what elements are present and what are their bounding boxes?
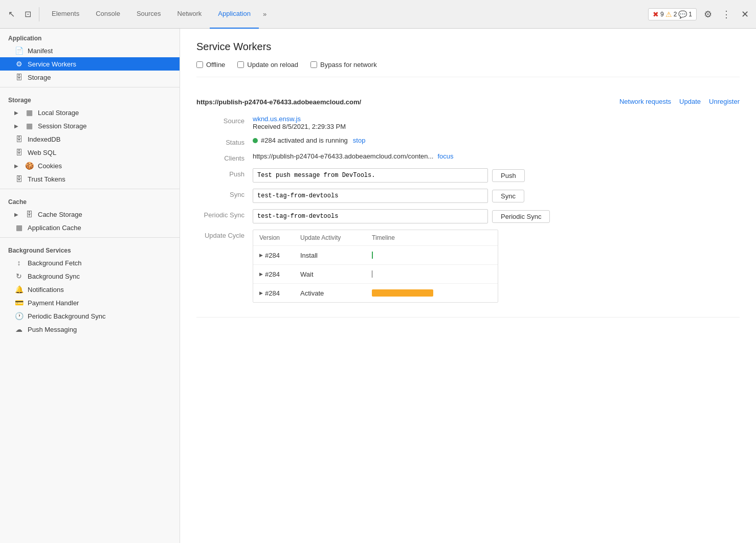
sync-input-row: Sync	[253, 189, 740, 203]
tab-network[interactable]: Network	[169, 0, 210, 29]
sidebar-item-app-cache[interactable]: ▦ Application Cache	[0, 221, 180, 234]
sidebar-item-cache-storage[interactable]: ▶ 🗄 Cache Storage	[0, 208, 180, 221]
table-row: ▶ #284 Wait	[253, 265, 498, 284]
offline-label: Offline	[206, 61, 225, 69]
clients-url: https://publish-p24704-e76433.adobeaemcl…	[253, 152, 433, 160]
offline-input[interactable]	[196, 61, 203, 68]
source-row: Source wknd.us.ensw.js Received 8/5/2021…	[196, 115, 740, 130]
gear-icon: ⚙	[14, 60, 24, 68]
row-arrow-wait: ▶	[259, 272, 263, 277]
tab-console[interactable]: Console	[87, 0, 128, 29]
tab-elements[interactable]: Elements	[43, 0, 87, 29]
uc-timeline-activate	[372, 288, 492, 298]
sidebar-item-bg-fetch[interactable]: ↕ Background Fetch	[0, 256, 180, 269]
sidebar-item-storage[interactable]: 🗄 Storage	[0, 71, 180, 84]
main-layout: Application 📄 Manifest ⚙ Service Workers…	[0, 29, 756, 543]
push-input-row: Push	[253, 168, 740, 183]
page-title: Service Workers	[196, 41, 740, 53]
periodic-sync-button[interactable]: Periodic Sync	[492, 210, 550, 223]
update-cycle-value: Version Update Activity Timeline ▶ #284 …	[253, 230, 740, 303]
update-cycle-header: Version Update Activity Timeline	[253, 230, 498, 246]
uc-version-wait[interactable]: ▶ #284	[259, 270, 300, 278]
source-file-link[interactable]: wknd.us.ensw.js	[253, 115, 301, 123]
arrow-icon-4: ▶	[14, 212, 20, 217]
clients-row: Clients https://publish-p24704-e76433.ad…	[196, 152, 740, 162]
uc-timeline-install	[372, 250, 492, 260]
update-cycle-label: Update Cycle	[196, 230, 253, 239]
bypass-for-network-input[interactable]	[310, 61, 317, 68]
indexeddb-icon: 🗄	[14, 135, 24, 143]
update-on-reload-checkbox[interactable]: Update on reload	[237, 61, 298, 69]
sidebar-label-app-cache: Application Cache	[28, 224, 81, 232]
sidebar-item-push-messaging[interactable]: ☁ Push Messaging	[0, 323, 180, 336]
arrow-icon: ▶	[14, 110, 20, 116]
close-button[interactable]: ✕	[738, 7, 752, 21]
uc-version-text-install: #284	[265, 252, 280, 259]
sidebar-item-cookies[interactable]: ▶ 🍪 Cookies	[0, 159, 180, 172]
sync-button[interactable]: Sync	[492, 190, 524, 202]
sidebar-item-trust-tokens[interactable]: 🗄 Trust Tokens	[0, 172, 180, 186]
uc-timeline-wait	[372, 269, 492, 279]
sync-input[interactable]	[253, 189, 488, 203]
stop-link[interactable]: stop	[353, 137, 366, 144]
status-value: #284 activated and is running stop	[253, 137, 740, 144]
sidebar-item-web-sql[interactable]: 🗄 Web SQL	[0, 146, 180, 159]
sidebar-item-manifest[interactable]: 📄 Manifest	[0, 44, 180, 57]
bypass-for-network-checkbox[interactable]: Bypass for network	[310, 61, 377, 69]
cursor-icon[interactable]: ↖	[4, 7, 18, 21]
tab-application[interactable]: Application	[210, 0, 259, 29]
clients-value: https://publish-p24704-e76433.adobeaemcl…	[253, 152, 740, 160]
sidebar-item-local-storage[interactable]: ▶ ▦ Local Storage	[0, 106, 180, 119]
clients-label: Clients	[196, 152, 253, 162]
uc-col-activity: Update Activity	[300, 234, 372, 241]
sidebar-label-cookies: Cookies	[38, 162, 62, 170]
sidebar-item-session-storage[interactable]: ▶ ▦ Session Storage	[0, 119, 180, 132]
tabs: Elements Console Sources Network Applica…	[43, 0, 646, 29]
sidebar-item-notifications[interactable]: 🔔 Notifications	[0, 283, 180, 296]
bypass-for-network-label: Bypass for network	[320, 61, 377, 69]
settings-button[interactable]: ⚙	[701, 7, 715, 21]
more-button[interactable]: ⋮	[719, 7, 733, 21]
sidebar-item-periodic-bg-sync[interactable]: 🕐 Periodic Background Sync	[0, 309, 180, 323]
divider-2	[0, 189, 180, 189]
focus-link[interactable]: focus	[437, 152, 453, 160]
timeline-tick-wait	[372, 270, 372, 278]
arrow-icon-2: ▶	[14, 123, 20, 129]
sidebar-label-storage: Storage	[28, 74, 51, 81]
web-sql-icon: 🗄	[14, 148, 24, 156]
unregister-link[interactable]: Unregister	[709, 98, 740, 105]
mobile-icon[interactable]: ⊡	[20, 7, 35, 21]
push-button[interactable]: Push	[492, 169, 525, 182]
sidebar-item-payment-handler[interactable]: 💳 Payment Handler	[0, 296, 180, 309]
arrow-icon-3: ▶	[14, 163, 20, 169]
network-requests-link[interactable]: Network requests	[619, 98, 671, 105]
offline-checkbox[interactable]: Offline	[196, 61, 225, 69]
update-link[interactable]: Update	[679, 98, 701, 105]
sidebar-label-bg-fetch: Background Fetch	[28, 259, 82, 267]
source-value: wknd.us.ensw.js Received 8/5/2021, 2:29:…	[253, 115, 740, 130]
periodic-sync-input[interactable]	[253, 209, 488, 223]
status-text: #284 activated and is running	[261, 137, 348, 144]
sidebar-item-indexeddb[interactable]: 🗄 IndexedDB	[0, 132, 180, 146]
error-badge[interactable]: ✖ 9 ⚠ 2 💬 1	[648, 8, 697, 20]
push-input[interactable]	[253, 168, 488, 183]
storage-icon: 🗄	[14, 73, 24, 81]
error-count: 9	[660, 11, 664, 18]
tab-sources[interactable]: Sources	[128, 0, 169, 29]
tab-more[interactable]: »	[259, 0, 271, 29]
sidebar-item-service-workers[interactable]: ⚙ Service Workers	[0, 57, 180, 71]
uc-version-activate[interactable]: ▶ #284	[259, 289, 300, 297]
sw-actions: Network requests Update Unregister	[619, 98, 740, 105]
checkbox-row: Offline Update on reload Bypass for netw…	[196, 61, 740, 77]
update-on-reload-input[interactable]	[237, 61, 244, 68]
sidebar-label-periodic-bg-sync: Periodic Background Sync	[28, 312, 105, 320]
timeline-bar-activate	[372, 289, 433, 297]
content-area: Service Workers Offline Update on reload…	[180, 29, 756, 543]
uc-activity-install: Install	[300, 252, 372, 259]
sidebar-item-bg-sync[interactable]: ↻ Background Sync	[0, 269, 180, 283]
sidebar-label-manifest: Manifest	[28, 47, 53, 55]
toolbar-right: ✖ 9 ⚠ 2 💬 1 ⚙ ⋮ ✕	[648, 7, 752, 21]
uc-version-install[interactable]: ▶ #284	[259, 252, 300, 259]
sidebar-section-bg-services: Background Services	[0, 241, 180, 256]
sidebar-section-cache: Cache	[0, 192, 180, 208]
